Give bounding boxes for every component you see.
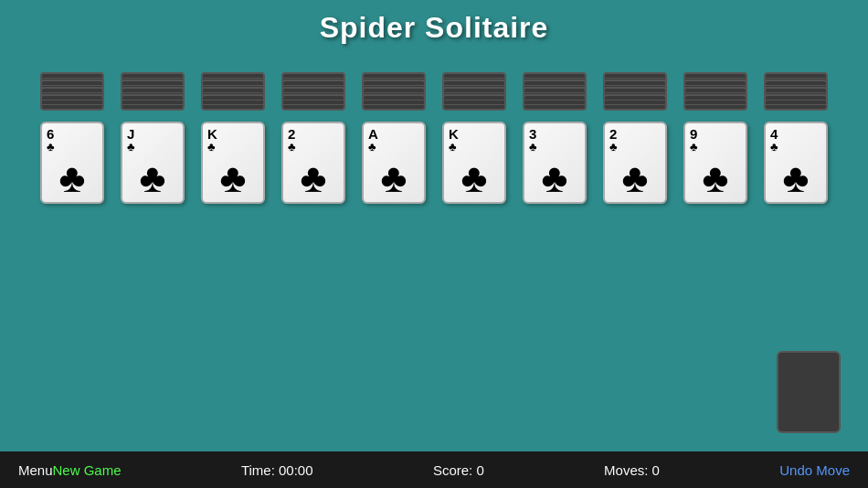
faceup-card-2[interactable]: K♣♣ (201, 122, 265, 204)
faceup-card-1[interactable]: J♣♣ (121, 122, 185, 204)
facedown-stack-8 (683, 72, 747, 120)
card-suit-large: ♣ (461, 158, 488, 198)
facedown-stack-1 (121, 72, 185, 120)
facedown-card (40, 94, 104, 111)
game-title: Spider Solitaire (0, 0, 868, 45)
card-rank: 3 (529, 127, 536, 141)
facedown-stack-4 (362, 72, 426, 120)
card-column-1[interactable]: J♣♣ (118, 72, 187, 204)
faceup-card-8[interactable]: 9♣♣ (683, 122, 747, 204)
card-suit-small: ♣ (609, 141, 618, 153)
card-suit-small: ♣ (690, 141, 698, 153)
stock-pile[interactable] (777, 351, 841, 433)
card-column-4[interactable]: A♣♣ (359, 72, 429, 204)
card-rank: 4 (770, 127, 778, 141)
card-rank: K (449, 127, 459, 141)
card-column-3[interactable]: 2♣♣ (279, 72, 348, 204)
card-area: 6♣♣J♣♣K♣♣2♣♣A♣♣K♣♣3♣♣2♣♣9♣♣4♣♣ (0, 54, 868, 204)
faceup-card-3[interactable]: 2♣♣ (281, 122, 345, 204)
card-suit-small: ♣ (368, 141, 376, 153)
card-suit-small: ♣ (47, 141, 55, 153)
facedown-card (362, 94, 426, 111)
facedown-card (683, 94, 747, 111)
card-suit-large: ♣ (783, 158, 810, 198)
timer-display: Time: 00:00 (241, 462, 313, 478)
card-rank: J (127, 127, 134, 141)
card-rank: 2 (609, 127, 617, 141)
facedown-card (121, 94, 185, 111)
faceup-card-9[interactable]: 4♣♣ (764, 122, 828, 204)
card-suit-large: ♣ (59, 158, 86, 198)
card-rank: A (368, 127, 378, 141)
facedown-card (281, 94, 345, 111)
card-suit-small: ♣ (207, 141, 216, 153)
facedown-card (764, 94, 828, 111)
card-suit-small: ♣ (770, 141, 778, 153)
card-column-8[interactable]: 9♣♣ (681, 72, 750, 204)
menu-button[interactable]: Menu (18, 462, 53, 478)
facedown-card (523, 94, 587, 111)
card-rank: 2 (288, 127, 295, 141)
card-column-0[interactable]: 6♣♣ (37, 72, 107, 204)
card-column-6[interactable]: 3♣♣ (520, 72, 589, 204)
card-suit-large: ♣ (220, 158, 247, 198)
facedown-stack-9 (764, 72, 828, 120)
bottom-bar: Menu New Game Time: 00:00 Score: 0 Moves… (0, 451, 868, 488)
card-suit-large: ♣ (381, 158, 408, 198)
card-rank: 9 (690, 127, 697, 141)
card-suit-small: ♣ (449, 141, 457, 153)
card-column-2[interactable]: K♣♣ (198, 72, 268, 204)
card-suit-small: ♣ (288, 141, 296, 153)
card-rank: 6 (47, 127, 54, 141)
faceup-card-0[interactable]: 6♣♣ (40, 122, 104, 204)
card-column-5[interactable]: K♣♣ (439, 72, 509, 204)
card-column-7[interactable]: 2♣♣ (600, 72, 670, 204)
facedown-card (603, 94, 667, 111)
moves-display: Moves: 0 (604, 462, 660, 478)
facedown-card (201, 94, 265, 111)
faceup-card-4[interactable]: A♣♣ (362, 122, 426, 204)
card-suit-small: ♣ (127, 141, 135, 153)
facedown-stack-2 (201, 72, 265, 120)
facedown-stack-6 (523, 72, 587, 120)
card-column-9[interactable]: 4♣♣ (761, 72, 831, 204)
card-rank: K (207, 127, 217, 141)
card-suit-large: ♣ (301, 158, 327, 198)
facedown-stack-3 (281, 72, 345, 120)
undo-move-button[interactable]: Undo Move (779, 462, 850, 478)
faceup-card-7[interactable]: 2♣♣ (603, 122, 667, 204)
score-display: Score: 0 (433, 462, 484, 478)
card-suit-large: ♣ (703, 158, 729, 198)
card-suit-large: ♣ (622, 158, 649, 198)
faceup-card-5[interactable]: K♣♣ (442, 122, 506, 204)
facedown-stack-0 (40, 72, 104, 120)
card-suit-large: ♣ (140, 158, 166, 198)
facedown-stack-5 (442, 72, 506, 120)
faceup-card-6[interactable]: 3♣♣ (523, 122, 587, 204)
facedown-stack-7 (603, 72, 667, 120)
card-suit-small: ♣ (529, 141, 537, 153)
card-suit-large: ♣ (542, 158, 568, 198)
facedown-card (442, 94, 506, 111)
new-game-button[interactable]: New Game (53, 462, 122, 478)
